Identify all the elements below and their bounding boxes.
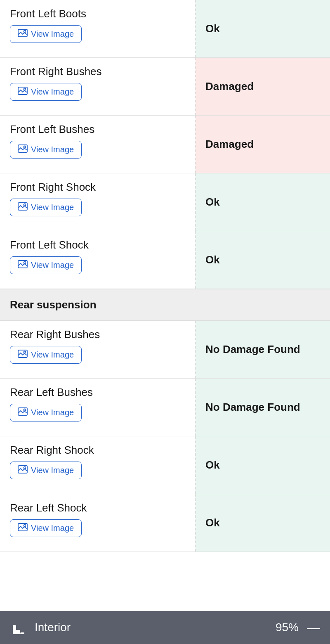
row-rear-left-shock: Rear Left ShockView ImageOk [0,494,330,552]
row-front-left-bushes: Front Left BushesView ImageDamaged [0,116,330,173]
row-left-rear-left-shock: Rear Left ShockView Image [0,494,196,552]
item-status-front-left-boots: Ok [196,0,330,57]
image-icon-front-left-shock [18,260,28,270]
svg-rect-19 [13,625,16,631]
svg-point-9 [24,262,26,264]
row-rear-right-bushes: Rear Right BushesView ImageNo Damage Fou… [0,321,330,379]
view-image-label-front-right-bushes: View Image [31,87,74,97]
item-status-front-right-shock: Ok [196,173,330,231]
svg-point-5 [24,146,26,148]
view-image-btn-front-left-shock[interactable]: View Image [10,256,82,274]
item-name-rear-right-shock: Rear Right Shock [10,444,186,457]
view-image-btn-front-left-boots[interactable]: View Image [10,25,82,43]
row-left-front-left-bushes: Front Left BushesView Image [0,116,196,173]
row-left-rear-right-bushes: Rear Right BushesView Image [0,321,196,378]
image-icon-rear-right-shock [18,465,28,476]
row-left-rear-right-shock: Rear Right ShockView Image [0,436,196,494]
item-status-rear-right-bushes: No Damage Found [196,321,330,378]
view-image-btn-rear-right-shock[interactable]: View Image [10,462,82,479]
item-status-front-left-bushes: Damaged [196,116,330,173]
svg-rect-20 [20,632,24,634]
footer-bar: Interior 95% — [0,611,330,644]
item-name-front-left-bushes: Front Left Bushes [10,123,186,136]
row-left-front-left-boots: Front Left BootsView Image [0,0,196,57]
image-icon-front-left-bushes [18,144,28,155]
view-image-label-rear-left-shock: View Image [31,523,74,533]
item-status-rear-right-shock: Ok [196,436,330,494]
item-status-front-left-shock: Ok [196,231,330,289]
row-left-front-right-bushes: Front Right BushesView Image [0,58,196,115]
row-front-right-bushes: Front Right BushesView ImageDamaged [0,58,330,116]
view-image-btn-rear-left-shock[interactable]: View Image [10,519,82,537]
interior-icon [10,618,28,637]
image-icon-rear-right-bushes [18,350,28,360]
svg-point-1 [24,31,26,33]
item-name-front-right-bushes: Front Right Bushes [10,65,186,78]
view-image-btn-front-right-bushes[interactable]: View Image [10,83,82,101]
footer-label: Interior [35,621,276,634]
item-name-front-left-boots: Front Left Boots [10,7,186,20]
item-status-rear-left-shock: Ok [196,494,330,552]
item-name-front-left-shock: Front Left Shock [10,239,186,251]
image-icon-front-right-bushes [18,87,28,97]
item-name-rear-right-bushes: Rear Right Bushes [10,328,186,341]
row-front-left-shock: Front Left ShockView ImageOk [0,231,330,289]
view-image-btn-rear-left-bushes[interactable]: View Image [10,404,82,421]
footer-minus[interactable]: — [307,621,320,634]
item-name-rear-left-shock: Rear Left Shock [10,502,186,514]
rear-suspension-header: Rear suspension [0,289,330,321]
view-image-label-front-left-shock: View Image [31,260,74,270]
item-name-rear-left-bushes: Rear Left Bushes [10,386,186,399]
row-left-front-right-shock: Front Right ShockView Image [0,173,196,231]
view-image-label-rear-right-shock: View Image [31,466,74,475]
row-rear-right-shock: Rear Right ShockView ImageOk [0,436,330,494]
item-status-front-right-bushes: Damaged [196,58,330,115]
row-front-right-shock: Front Right ShockView ImageOk [0,173,330,231]
svg-point-17 [24,525,26,527]
row-left-rear-left-bushes: Rear Left BushesView Image [0,379,196,436]
svg-point-15 [24,467,26,469]
view-image-btn-rear-right-bushes[interactable]: View Image [10,346,82,364]
image-icon-front-left-boots [18,29,28,39]
item-name-front-right-shock: Front Right Shock [10,181,186,194]
image-icon-rear-left-bushes [18,407,28,418]
svg-point-7 [24,204,26,206]
image-icon-front-right-shock [18,202,28,213]
svg-point-11 [24,351,26,353]
view-image-btn-front-right-shock[interactable]: View Image [10,199,82,216]
row-front-left-boots: Front Left BootsView ImageOk [0,0,330,58]
svg-point-3 [24,88,26,90]
svg-point-13 [24,409,26,411]
view-image-label-rear-right-bushes: View Image [31,350,74,360]
inspection-list: Front Left BootsView ImageOkFront Right … [0,0,330,585]
view-image-label-front-right-shock: View Image [31,203,74,212]
row-left-front-left-shock: Front Left ShockView Image [0,231,196,289]
view-image-label-rear-left-bushes: View Image [31,408,74,417]
view-image-btn-front-left-bushes[interactable]: View Image [10,141,82,159]
row-rear-left-bushes: Rear Left BushesView ImageNo Damage Foun… [0,379,330,436]
image-icon-rear-left-shock [18,523,28,533]
item-status-rear-left-bushes: No Damage Found [196,379,330,436]
view-image-label-front-left-boots: View Image [31,29,74,39]
view-image-label-front-left-bushes: View Image [31,145,74,154]
footer-percent: 95% [276,621,299,634]
